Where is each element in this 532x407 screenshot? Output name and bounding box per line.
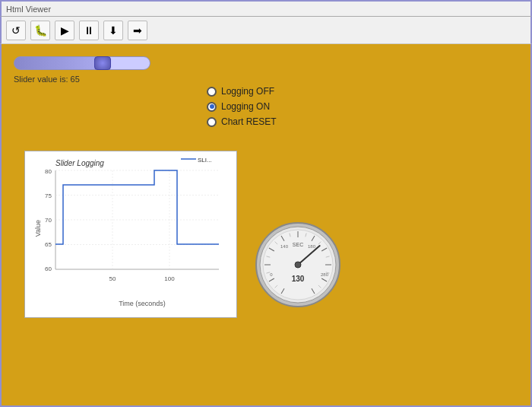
download-button[interactable]: ⬇ [103,21,123,40]
radio-group: Logging OFF Logging ON Chart RESET [207,86,277,127]
chart-container: Slider Logging Value 80 75 70 [24,151,237,318]
radio-circle-reset[interactable] [207,117,217,127]
svg-text:SEC: SEC [293,242,303,247]
slider-value-label: Slider value is: 65 [14,75,150,84]
radio-label-off: Logging OFF [221,86,274,97]
svg-text:180: 180 [308,244,316,249]
radio-circle-off[interactable] [207,87,217,97]
radio-logging-off[interactable]: Logging OFF [207,86,277,97]
pause-button[interactable]: ⏸ [79,21,99,40]
svg-text:75: 75 [45,192,52,199]
svg-text:60: 60 [45,266,52,272]
svg-text:280: 280 [321,272,329,277]
refresh-button[interactable]: ↺ [6,21,26,40]
svg-text:50: 50 [109,275,116,282]
slider-section: Slider value is: 65 [14,56,150,84]
chart-y-axis-label: Value [34,220,42,237]
svg-text:SLI...: SLI... [198,157,212,164]
debug-button[interactable]: 🐛 [30,21,50,40]
svg-text:65: 65 [45,241,52,248]
svg-text:100: 100 [164,275,175,282]
radio-circle-on[interactable] [207,102,217,112]
title-bar: Html Viewer [0,0,532,17]
gauge-svg: SEC 0 280 140 180 130 [252,219,344,310]
svg-text:80: 80 [45,168,52,175]
svg-text:70: 70 [45,217,52,224]
radio-logging-on[interactable]: Logging ON [207,101,277,112]
svg-text:140: 140 [280,244,289,249]
radio-label-on: Logging ON [221,101,270,112]
main-content: Slider value is: 65 Logging OFF Logging … [0,44,532,407]
svg-point-47 [295,262,301,268]
radio-chart-reset[interactable]: Chart RESET [207,116,277,127]
toolbar: ↺ 🐛 ▶ ⏸ ⬇ ➡ [0,17,532,44]
play-button[interactable]: ▶ [55,21,74,40]
chart-x-axis-label: Time (seconds) [119,300,166,307]
slider-thumb[interactable] [94,56,111,70]
title-bar-text: Html Viewer [6,5,526,14]
slider-track[interactable] [14,56,150,70]
forward-button[interactable]: ➡ [128,21,147,40]
chart-svg: 80 75 70 65 60 50 100 SLI... [55,170,223,292]
radio-label-reset: Chart RESET [221,116,277,127]
gauge-container: SEC 0 280 140 180 130 [252,219,344,310]
svg-text:130: 130 [292,275,305,283]
